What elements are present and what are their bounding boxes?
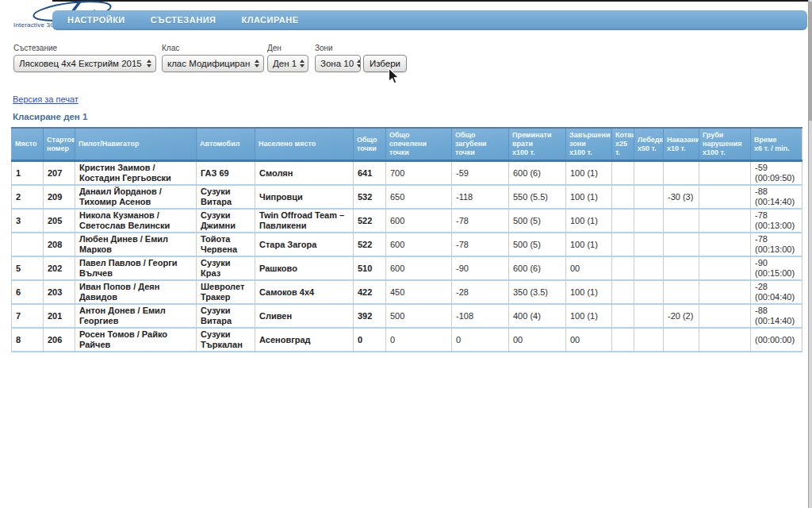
nav-item-rankings[interactable]: КЛАСИРАНЕ <box>234 15 305 25</box>
table-cell: -88 (00:14:40) <box>751 185 802 209</box>
table-cell: 0 <box>354 328 386 352</box>
table-cell <box>699 280 751 304</box>
table-cell: 201 <box>44 304 75 328</box>
scrollbar-thumb[interactable] <box>809 2 812 121</box>
table-cell: Асеновград <box>255 328 354 352</box>
day-select[interactable]: Ден 1 <box>267 55 308 72</box>
class-field: Клас клас Модифициран <box>162 44 264 72</box>
table-cell: 208 <box>44 233 75 256</box>
print-version-link[interactable]: Версия за печат <box>13 94 79 104</box>
table-cell: 600 <box>386 256 452 280</box>
table-cell: 202 <box>44 256 75 280</box>
table-cell <box>699 161 751 186</box>
zone-select[interactable]: Зона 10 <box>315 55 361 72</box>
table-cell: -30 (3) <box>664 185 699 209</box>
table-cell: -88 (00:14:40) <box>751 304 802 328</box>
table-cell: Чипровци <box>255 185 354 209</box>
table-cell: -28 <box>452 280 509 304</box>
competition-select[interactable]: Лясковец 4x4 Екстрийм 2015 <box>13 55 156 72</box>
competition-label: Състезание <box>13 44 156 52</box>
table-cell: 510 <box>354 256 386 280</box>
table-cell <box>664 161 699 186</box>
table-cell: 532 <box>354 185 386 209</box>
column-header: Общо загубени точки <box>452 128 509 161</box>
class-select[interactable]: клас Модифициран <box>162 55 264 72</box>
table-row: 5202Павел Павлов / Георги ВълчевСузуки К… <box>12 256 802 280</box>
table-cell: 450 <box>386 280 452 304</box>
table-cell <box>612 328 634 352</box>
table-cell <box>664 328 699 352</box>
table-cell: 100 (1) <box>566 185 612 209</box>
table-cell: Смолян <box>255 161 354 186</box>
column-header: Наказания x10 т. <box>664 128 699 161</box>
zone-select-value: Зона 10 <box>320 59 354 68</box>
column-header: Стартов номер <box>44 128 75 161</box>
table-cell: 700 <box>386 161 452 186</box>
column-header: Автомобил <box>197 128 255 161</box>
table-cell: 422 <box>354 280 386 304</box>
table-cell: 100 (1) <box>566 161 612 186</box>
table-cell <box>634 209 664 233</box>
zone-field: Зони Зона 10 <box>315 44 361 72</box>
table-cell: Стара Загора <box>255 233 354 256</box>
table-cell: -78 (00:13:00) <box>751 209 802 233</box>
table-cell: -20 (2) <box>664 304 699 328</box>
column-header: Място <box>12 128 44 161</box>
table-cell <box>664 233 699 256</box>
table-cell: Рашково <box>255 256 354 280</box>
table-cell: Сузуки Витара <box>197 304 255 328</box>
table-cell: 650 <box>386 185 452 209</box>
table-cell: Антон Донев / Емил Георгиев <box>75 304 197 328</box>
table-cell: -78 <box>452 233 509 256</box>
table-cell: 3 <box>12 209 44 233</box>
table-cell <box>699 304 751 328</box>
table-cell: 600 (6) <box>509 256 566 280</box>
table-cell: 1 <box>12 161 44 186</box>
column-header: Общо спечелени точки <box>386 128 452 161</box>
table-cell: Самоков 4x4 <box>255 280 354 304</box>
table-cell: 2 <box>12 185 44 209</box>
table-cell <box>664 256 699 280</box>
table-row: 6203Иван Попов / Деян ДавидовШевролет Тр… <box>12 280 802 304</box>
table-cell <box>612 304 634 328</box>
table-cell: 641 <box>354 161 386 186</box>
day-label: Ден <box>267 44 308 52</box>
table-cell: 522 <box>354 209 386 233</box>
table-cell: (00:00:00) <box>751 328 802 352</box>
table-cell <box>699 328 751 352</box>
column-header: Котви x25 т. <box>612 128 634 161</box>
ranking-table: МястоСтартов номерПилот/НавигаторАвтомоб… <box>11 127 802 352</box>
table-header-row: МястоСтартов номерПилот/НавигаторАвтомоб… <box>12 128 802 161</box>
table-cell <box>612 161 634 186</box>
table-cell: Никола Кузманов / Светослав Велински <box>75 209 197 233</box>
column-header: Преминати врати x100 т. <box>509 128 566 161</box>
nav-item-competitions[interactable]: СЪСТЕЗАНИЯ <box>144 15 224 25</box>
table-cell: Сузуки Джимни <box>197 209 255 233</box>
table-cell <box>612 185 634 209</box>
vertical-scrollbar[interactable] <box>808 0 812 508</box>
table-cell <box>612 233 634 256</box>
table-cell: 7 <box>12 304 44 328</box>
table-cell: 00 <box>509 328 566 352</box>
top-border-line <box>52 0 812 2</box>
column-header: Груби нарушения x100 т. <box>699 128 751 161</box>
table-cell <box>12 233 44 256</box>
table-row: 7201Антон Донев / Емил ГеоргиевСузуки Ви… <box>12 304 802 328</box>
table-cell: Данаил Йорданов / Тихомир Асенов <box>75 185 197 209</box>
table-cell: Тойота Червена <box>197 233 255 256</box>
table-cell: Шевролет Тракер <box>197 280 255 304</box>
table-cell <box>634 304 664 328</box>
table-cell: 600 (6) <box>509 161 566 186</box>
select-button[interactable]: Избери <box>363 55 407 72</box>
table-cell: -90 <box>452 256 509 280</box>
table-cell: Любен Динев / Емил Марков <box>75 233 197 256</box>
class-label: Клас <box>162 44 264 52</box>
table-cell: Росен Томов / Райко Райчев <box>75 328 197 352</box>
nav-item-settings[interactable]: НАСТРОЙКИ <box>60 15 132 25</box>
table-cell <box>699 256 751 280</box>
table-cell: Twin Offroad Team – Павликени <box>255 209 354 233</box>
table-cell: 0 <box>386 328 452 352</box>
table-cell: -28 (00:04:40) <box>751 280 802 304</box>
table-cell: 5 <box>12 256 44 280</box>
table-cell: 100 (1) <box>566 280 612 304</box>
